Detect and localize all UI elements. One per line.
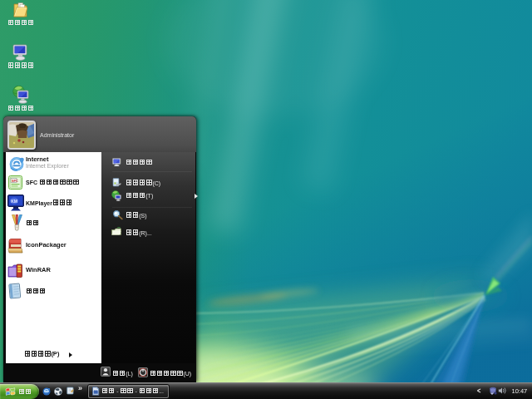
- svg-text:KM: KM: [11, 199, 17, 204]
- svg-text:SFC: SFC: [12, 179, 18, 183]
